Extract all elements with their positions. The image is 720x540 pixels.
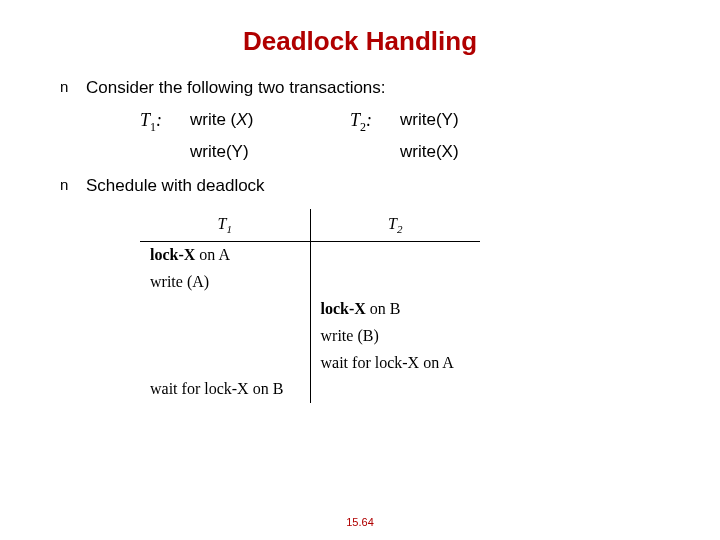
bullet-1-text: Consider the following two transactions:: [86, 75, 680, 101]
schedule-header-t1: T1: [140, 209, 310, 242]
table-row: lock-X on B: [140, 296, 480, 323]
t2-label: T2:: [350, 107, 400, 136]
bullet-marker: n: [60, 173, 86, 196]
t1-op1: write (X): [190, 107, 350, 136]
t1-op2: write(Y): [190, 139, 350, 165]
bullet-marker: n: [60, 75, 86, 98]
schedule-table: T1 T2 lock-X on A write (A): [140, 209, 480, 403]
table-row: write (A): [140, 269, 480, 296]
bullet-2: n Schedule with deadlock: [60, 173, 680, 199]
table-row: wait for lock-X on B: [140, 376, 480, 403]
page-number: 15.64: [0, 516, 720, 528]
slide-content: n Consider the following two transaction…: [0, 75, 720, 403]
t1-label: T1:: [140, 107, 190, 136]
t2-op1: write(Y): [400, 107, 560, 136]
table-row: lock-X on A: [140, 242, 480, 269]
transactions-block: T1: write (X) T2: write(Y) write(Y) writ…: [140, 107, 680, 165]
bullet-2-text: Schedule with deadlock: [86, 173, 680, 199]
schedule-header-t2: T2: [310, 209, 480, 242]
t2-op2: write(X): [400, 139, 560, 165]
slide-title: Deadlock Handling: [0, 0, 720, 75]
table-row: write (B): [140, 323, 480, 350]
bullet-1: n Consider the following two transaction…: [60, 75, 680, 101]
schedule-table-wrap: T1 T2 lock-X on A write (A): [140, 209, 680, 403]
table-row: wait for lock-X on A: [140, 350, 480, 377]
